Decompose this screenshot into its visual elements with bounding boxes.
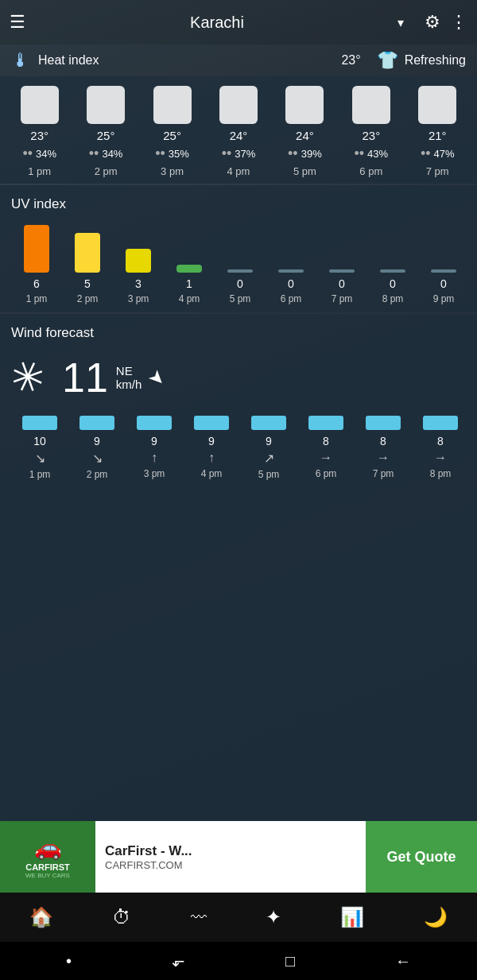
uv-val: 3	[135, 277, 142, 290]
nav-home[interactable]: 🏠	[29, 906, 53, 928]
uv-col: 5 2 pm	[64, 233, 111, 304]
uv-col: 0 9 pm	[421, 269, 467, 304]
hourly-col: 24° •• 37% 4 pm	[211, 86, 266, 177]
ad-cta-button[interactable]: Get Quote	[366, 821, 477, 893]
uv-col: 1 4 pm	[166, 265, 212, 304]
brand-sub: WE BUY CARS	[25, 872, 70, 879]
humidity-val: 39%	[301, 148, 322, 160]
wind-time-label: 2 pm	[87, 469, 108, 480]
time-label: 3 pm	[161, 165, 184, 177]
ad-middle: CarFirst - W... CARFIRST.COM	[95, 821, 366, 893]
bottom-nav: 🏠 ⏱ 〰 ✦ 📊 🌙	[0, 893, 477, 942]
ad-logo: 🚗 CARFIRST WE BUY CARS	[0, 821, 95, 893]
sys-recent[interactable]: ⬐	[172, 951, 185, 970]
sys-home[interactable]: □	[285, 952, 295, 970]
more-icon[interactable]: ⋮	[450, 12, 467, 33]
uv-bar	[176, 265, 202, 273]
uv-bar	[227, 269, 253, 273]
nav-graph[interactable]: 〰	[191, 908, 207, 927]
uv-title: UV index	[11, 196, 469, 212]
time-label: 2 pm	[95, 165, 118, 177]
humidity-dots-icon: ••	[421, 145, 431, 162]
humidity-row: •• 39%	[288, 145, 322, 162]
dropdown-icon[interactable]: ▾	[398, 15, 404, 30]
hourly-col: 25° •• 35% 3 pm	[145, 86, 200, 177]
hourly-col: 23° •• 34% 1 pm	[12, 86, 68, 177]
uv-col: 6 1 pm	[14, 225, 60, 304]
wind-col: 8 → 6 pm	[301, 416, 352, 480]
wind-dir-arrow-icon: →	[320, 451, 332, 465]
humidity-row: •• 35%	[155, 145, 189, 162]
wind-dir-arrow-icon: →	[434, 451, 447, 465]
uv-time: 6 pm	[281, 293, 302, 304]
temp-val: 23°	[362, 129, 380, 142]
wind-time-label: 4 pm	[201, 468, 223, 479]
sys-back[interactable]: ←	[395, 952, 411, 970]
uv-bar	[380, 269, 405, 273]
wind-speed-bar	[80, 416, 114, 430]
uv-col: 0 6 pm	[268, 269, 314, 304]
clock-icon: ⏱	[112, 906, 131, 928]
wind-dir-arrow-icon: ↘	[92, 451, 103, 466]
wind-col: 8 → 8 pm	[415, 416, 467, 480]
uv-bar	[24, 225, 49, 273]
sys-dot: •	[66, 952, 72, 970]
weather-icon-box	[285, 86, 324, 124]
nav-clock[interactable]: ⏱	[112, 906, 131, 928]
uv-val: 0	[288, 277, 294, 290]
wind-speed-bar	[22, 416, 57, 430]
humidity-dots-icon: ••	[354, 145, 364, 162]
weather-icon-box	[153, 86, 192, 124]
temp-val: 21°	[429, 129, 447, 142]
ad-title: CarFirst - W...	[105, 843, 356, 859]
nav-bluetooth[interactable]: ✦	[266, 906, 281, 928]
temp-val: 25°	[163, 129, 181, 142]
wind-col: 9 ↗ 5 pm	[243, 416, 295, 480]
uv-bar	[329, 269, 355, 273]
uv-val: 5	[84, 277, 91, 290]
settings-icon[interactable]: ⚙	[425, 12, 440, 33]
uv-time: 3 pm	[128, 293, 149, 304]
top-bar: ☰ Karachi ▾ ⚙ ⋮	[0, 0, 477, 45]
uv-bar	[278, 269, 304, 273]
wind-speed-bar	[137, 416, 172, 430]
uv-val: 6	[33, 277, 40, 290]
humidity-val: 47%	[434, 148, 455, 160]
graph-icon: 〰	[191, 908, 207, 927]
time-label: 4 pm	[227, 165, 250, 177]
wind-speed-hourly: 9	[151, 435, 157, 447]
wind-unit: km/h	[116, 378, 142, 391]
uv-time: 8 pm	[382, 293, 404, 304]
nav-moon[interactable]: 🌙	[424, 906, 448, 928]
uv-val: 1	[186, 277, 192, 290]
wind-col: 9 ↑ 4 pm	[186, 416, 238, 480]
uv-val: 0	[339, 277, 345, 290]
ad-banner: 🚗 CARFIRST WE BUY CARS CarFirst - W... C…	[0, 821, 477, 893]
uv-time: 4 pm	[179, 293, 200, 304]
humidity-val: 34%	[102, 148, 122, 160]
time-label: 7 pm	[426, 165, 449, 177]
humidity-row: •• 43%	[354, 145, 388, 162]
brand-name: CARFIRST	[25, 862, 70, 872]
wind-speed-hourly: 8	[437, 435, 444, 447]
heat-index-row: 🌡 Heat index 23° 👕 Refreshing	[0, 45, 477, 76]
uv-bar	[75, 233, 100, 273]
humidity-val: 34%	[36, 148, 56, 160]
wind-col: 10 ↘ 1 pm	[14, 416, 66, 480]
uv-col: 0 7 pm	[319, 269, 365, 304]
humidity-dots-icon: ••	[288, 145, 298, 162]
hourly-col: 25° •• 34% 2 pm	[78, 86, 134, 177]
humidity-val: 43%	[367, 148, 388, 160]
time-label: 6 pm	[359, 165, 382, 177]
wind-main: ✳ 11 NE km/h ➤	[11, 354, 469, 401]
ad-cta-text: Get Quote	[386, 849, 456, 866]
weather-icon-box	[219, 86, 258, 124]
menu-icon[interactable]: ☰	[10, 12, 25, 33]
wind-title: Wind forecast	[11, 325, 469, 341]
uv-grid: 6 1 pm 5 2 pm 3 3 pm 1 4 pm 0 5 pm 0 6 p…	[11, 225, 469, 304]
uv-bar	[431, 269, 456, 273]
humidity-row: •• 47%	[421, 145, 455, 162]
home-icon: 🏠	[29, 906, 53, 928]
nav-bars[interactable]: 📊	[340, 906, 364, 928]
hourly-col: 21° •• 47% 7 pm	[409, 86, 465, 177]
